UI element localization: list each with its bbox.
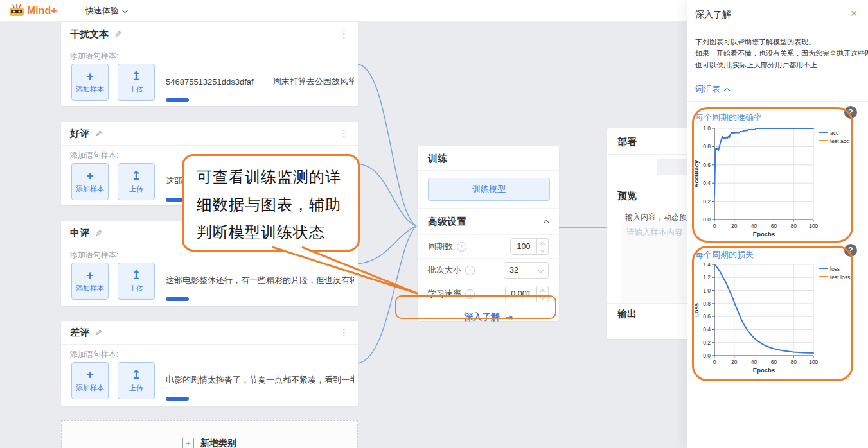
learn-more-drawer: 深入了解 ✕ 下列图表可以帮助您了解模型的表现。 如果一开始看不懂，也没有关系，… bbox=[687, 0, 868, 448]
edit-icon[interactable]: ✎ bbox=[95, 328, 102, 338]
upload-label: 上传 bbox=[129, 284, 143, 293]
kebab-menu-icon[interactable]: ⋮ bbox=[339, 130, 349, 137]
svg-text:acc: acc bbox=[830, 130, 839, 136]
svg-text:0.2: 0.2 bbox=[703, 340, 711, 346]
samples-label: 添加语句样本: bbox=[70, 150, 118, 161]
learning-rate-stepper[interactable] bbox=[537, 286, 549, 302]
add-sample-button[interactable]: + 添加样本 bbox=[71, 362, 109, 399]
step-down-icon bbox=[540, 248, 545, 252]
upload-label: 上传 bbox=[129, 85, 143, 94]
mindplus-logo: Mind+ bbox=[9, 4, 57, 17]
description-line: 如果一开始看不懂，也没有关系，因为您完全抛开这些图 bbox=[695, 47, 868, 59]
category-title: 中评 bbox=[70, 227, 89, 239]
learn-more-label: 深入了解 bbox=[464, 311, 500, 323]
add-sample-button[interactable]: + 添加样本 bbox=[71, 263, 109, 300]
kebab-menu-icon[interactable]: ⋮ bbox=[339, 31, 349, 37]
sample-list[interactable]: 546875513251dds3dfaf 周末打算去公园放风筝， 今天 bbox=[166, 64, 354, 99]
svg-text:40: 40 bbox=[751, 223, 757, 229]
svg-text:0.6: 0.6 bbox=[703, 162, 711, 168]
glossary-link[interactable]: 词汇表 bbox=[695, 83, 729, 95]
add-sample-label: 添加样本 bbox=[76, 184, 104, 194]
sample-list[interactable]: 这部电影整体还行，有一些精彩的片段，但也没有特别突出的地方 bbox=[166, 263, 354, 298]
logo-text: Mind+ bbox=[27, 5, 57, 17]
plus-icon: + bbox=[86, 269, 93, 282]
add-sample-label: 添加样本 bbox=[76, 383, 104, 393]
arrow-to-bar-icon: ⇥ bbox=[505, 312, 513, 322]
add-category-button[interactable]: + 新增类别 bbox=[182, 438, 236, 448]
info-icon[interactable]: ! bbox=[457, 242, 466, 252]
samples-label: 添加语句样本: bbox=[70, 250, 118, 261]
upload-icon: ↥ bbox=[131, 169, 141, 182]
chevron-down-icon bbox=[538, 266, 544, 273]
learning-rate-input[interactable] bbox=[506, 289, 536, 299]
upload-label: 上传 bbox=[129, 383, 143, 393]
svg-text:20: 20 bbox=[731, 359, 738, 365]
sample-scrollbar[interactable] bbox=[166, 397, 189, 401]
svg-text:loss: loss bbox=[830, 266, 840, 272]
svg-text:20: 20 bbox=[731, 223, 738, 229]
info-icon[interactable]: ! bbox=[465, 266, 475, 275]
upload-button[interactable]: ↥ 上传 bbox=[118, 263, 155, 300]
sample-scrollbar[interactable] bbox=[166, 98, 189, 102]
card-header: 干扰文本 ✎ ⋮ bbox=[61, 22, 358, 46]
svg-text:80: 80 bbox=[790, 359, 797, 365]
sample-item[interactable]: 周末打算去公园放风筝， bbox=[273, 76, 354, 87]
svg-text:test loss: test loss bbox=[830, 274, 850, 280]
menu-label: 快速体验 bbox=[85, 5, 119, 17]
edit-icon[interactable]: ✎ bbox=[95, 129, 102, 139]
svg-text:1.2: 1.2 bbox=[703, 274, 711, 280]
upload-icon: ↥ bbox=[131, 368, 141, 381]
upload-label: 上传 bbox=[129, 184, 143, 194]
category-title: 好评 bbox=[70, 128, 89, 140]
category-title: 差评 bbox=[70, 327, 89, 339]
edit-icon[interactable]: ✎ bbox=[114, 30, 121, 39]
svg-text:60: 60 bbox=[771, 223, 777, 229]
add-sample-button[interactable]: + 添加样本 bbox=[71, 163, 109, 200]
chevron-up-icon bbox=[724, 87, 731, 94]
divider bbox=[687, 76, 868, 76]
sample-scrollbar[interactable] bbox=[166, 297, 189, 301]
callout-bubble: 可查看训练监测的详 细数据与图表，辅助 判断模型训练状态 bbox=[182, 154, 360, 252]
menu-quick-experience[interactable]: 快速体验 bbox=[85, 5, 127, 17]
upload-button[interactable]: ↥ 上传 bbox=[118, 163, 155, 200]
output-title: 输出 bbox=[617, 308, 637, 320]
close-icon[interactable]: ✕ bbox=[850, 8, 858, 19]
epochs-input[interactable] bbox=[511, 241, 536, 252]
svg-text:1.0: 1.0 bbox=[703, 125, 711, 132]
svg-text:0.2: 0.2 bbox=[703, 198, 711, 205]
epochs-stepper[interactable] bbox=[537, 238, 549, 255]
plus-icon: + bbox=[86, 169, 93, 182]
sample-list[interactable]: 电影的剧情太拖沓了，节奏一点都不紧凑，看到一半就想睡觉。 bbox=[166, 362, 354, 398]
svg-text:0.8: 0.8 bbox=[703, 300, 711, 307]
train-model-button[interactable]: 训练模型 bbox=[428, 178, 550, 201]
sample-item[interactable]: 这部电影整体还行，有一些精彩的片段，但也没有特别突出的地方 bbox=[166, 275, 354, 286]
info-icon[interactable]: ! bbox=[465, 289, 475, 299]
upload-button[interactable]: ↥ 上传 bbox=[118, 362, 155, 399]
preview-title: 预览 bbox=[617, 190, 637, 202]
svg-text:80: 80 bbox=[790, 223, 797, 229]
epochs-label: 周期数 bbox=[428, 241, 453, 252]
upload-button[interactable]: ↥ 上传 bbox=[118, 64, 155, 101]
sample-item[interactable]: 546875513251dds3dfaf bbox=[166, 77, 254, 87]
learn-more-link[interactable]: 深入了解 ⇥ bbox=[418, 306, 559, 327]
batch-size-field-row: 批次大小 ! 32 bbox=[418, 258, 559, 282]
drawer-description: 下列图表可以帮助您了解模型的表现。 如果一开始看不懂，也没有关系，因为您完全抛开… bbox=[695, 36, 868, 71]
edit-icon[interactable]: ✎ bbox=[95, 228, 102, 238]
add-sample-button[interactable]: + 添加样本 bbox=[71, 64, 109, 101]
svg-text:Epochs: Epochs bbox=[753, 230, 775, 237]
batch-size-select[interactable]: 32 bbox=[504, 262, 549, 279]
add-category-card[interactable]: + 新增类别 bbox=[61, 420, 358, 448]
learning-rate-label: 学习速率 bbox=[428, 288, 461, 300]
learning-rate-field-row: 学习速率 ! bbox=[418, 282, 559, 306]
plus-icon: + bbox=[86, 70, 93, 83]
add-sample-label: 添加样本 bbox=[76, 85, 104, 94]
help-icon[interactable]: ? bbox=[844, 106, 857, 119]
app-canvas: Mind+ 快速体验 干扰文本 ✎ ⋮ 添加语句样本: + 添加样本 ↥ 上传 … bbox=[0, 0, 868, 448]
advanced-settings-row[interactable]: 高级设置 bbox=[418, 208, 559, 234]
help-icon[interactable]: ? bbox=[844, 244, 857, 257]
kebab-menu-icon[interactable]: ⋮ bbox=[339, 329, 349, 336]
robot-logo-icon bbox=[9, 4, 24, 17]
svg-text:0.6: 0.6 bbox=[703, 313, 711, 320]
svg-text:Epochs: Epochs bbox=[753, 366, 775, 374]
sample-item[interactable]: 电影的剧情太拖沓了，节奏一点都不紧凑，看到一半就想睡觉。 bbox=[166, 374, 354, 386]
